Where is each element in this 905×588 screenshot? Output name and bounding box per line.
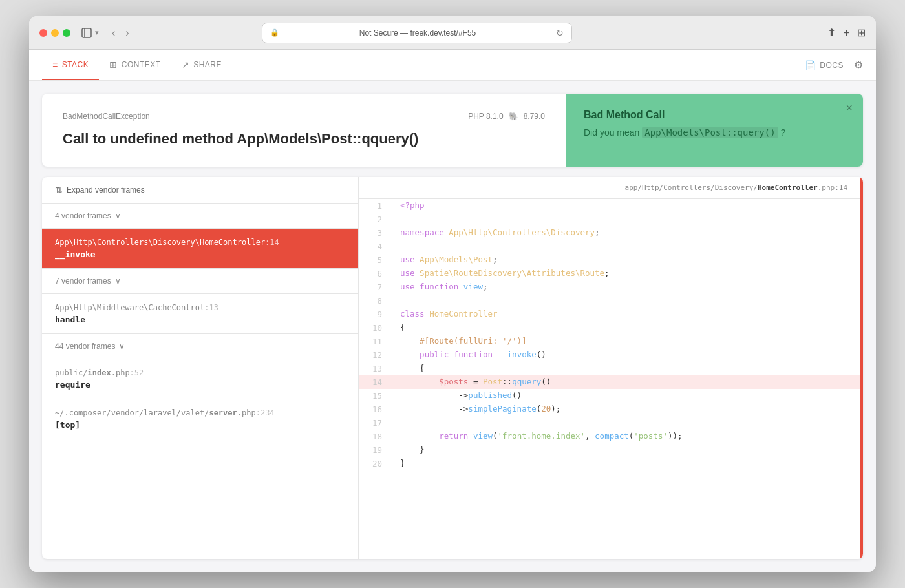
code-line: 4 <box>359 240 860 253</box>
php-extension-version: 8.79.0 <box>524 112 545 121</box>
svg-rect-0 <box>82 28 91 37</box>
stack-icon: ≡ <box>52 59 58 70</box>
code-line: 10 { <box>359 321 860 335</box>
tab-share[interactable]: ↗ SHARE <box>171 50 232 80</box>
error-message: Call to undefined method App\Models\Post… <box>63 130 545 149</box>
main-content: BadMethodCallException PHP 8.1.0 🐘 8.79.… <box>29 81 876 572</box>
browser-window: ▾ ‹ › 🔒 Not Secure — freek.dev.test/#F55… <box>29 16 876 572</box>
frame-class-server: ~/.composer/vendor/laravel/valet/server.… <box>55 408 345 417</box>
reload-button[interactable]: ↻ <box>556 28 564 38</box>
vendor-count-2: 7 vendor frames <box>55 277 111 286</box>
stack-frame-server[interactable]: ~/.composer/vendor/laravel/valet/server.… <box>42 399 358 439</box>
close-button[interactable] <box>39 29 47 37</box>
tab-context-label: CONTEXT <box>122 60 161 69</box>
code-line: 8 <box>359 294 860 308</box>
vendor-frames-toggle-2[interactable]: 7 vendor frames ∨ <box>42 269 358 293</box>
docs-icon: 📄 <box>805 60 816 70</box>
code-line: 1 <?php <box>359 199 860 213</box>
error-card: BadMethodCallException PHP 8.1.0 🐘 8.79.… <box>42 94 863 167</box>
code-line: 6 use Spatie\RouteDiscovery\Attributes\R… <box>359 267 860 280</box>
frame-method-active: __invoke <box>55 249 345 259</box>
code-line: 16 ->simplePaginate(20); <box>359 403 860 416</box>
code-line: 13 { <box>359 362 860 375</box>
back-button[interactable]: ‹ <box>109 26 118 40</box>
suggestion-close-button[interactable]: × <box>846 101 853 115</box>
code-line: 17 <box>359 416 860 430</box>
php-info: PHP 8.1.0 🐘 8.79.0 <box>468 112 545 121</box>
code-file-path: app/Http/Controllers/Discovery/HomeContr… <box>359 177 860 199</box>
nav-right: 📄 DOCS ⚙ <box>805 59 863 71</box>
vendor-count-1: 4 vendor frames <box>55 211 111 220</box>
frame-method-index: require <box>55 380 345 390</box>
url-text: Not Secure — freek.dev.test/#F55 <box>284 28 551 37</box>
stack-sidebar: ⇅ Expand vendor frames 4 vendor frames ∨ <box>42 177 359 559</box>
share-icon: ↗ <box>182 59 190 70</box>
sidebar-toggle[interactable]: ▾ <box>81 27 99 39</box>
traffic-lights <box>39 29 70 37</box>
error-suggestion: × Bad Method Call Did you mean App\Model… <box>566 94 863 167</box>
vendor-frames-group-1: 4 vendor frames ∨ <box>42 204 358 229</box>
address-bar[interactable]: 🔒 Not Secure — freek.dev.test/#F55 ↻ <box>262 23 572 43</box>
tab-share-label: SHARE <box>193 60 222 69</box>
stack-frame-cache-control[interactable]: App\Http\Middleware\CacheControl:13 hand… <box>42 294 358 334</box>
docs-button[interactable]: 📄 DOCS <box>805 60 844 70</box>
gear-icon: ⚙ <box>854 59 863 70</box>
chevron-down-icon: ∨ <box>115 211 121 220</box>
chevron-down-icon-2: ∨ <box>115 277 121 286</box>
frame-method-cache-control: handle <box>55 315 345 324</box>
maximize-button[interactable] <box>63 29 70 37</box>
context-icon: ⊞ <box>109 59 118 70</box>
share-button[interactable]: ⬆ <box>827 26 836 39</box>
forward-button[interactable]: › <box>123 26 131 40</box>
vendor-frames-group-2: 7 vendor frames ∨ <box>42 269 358 294</box>
code-line: 2 <box>359 213 860 226</box>
stack-frame-active[interactable]: App\Http\Controllers\Discovery\HomeContr… <box>42 229 358 269</box>
frame-method-server: [top] <box>55 420 345 430</box>
code-line: 5 use App\Models\Post; <box>359 253 860 267</box>
tab-stack-label: STACK <box>62 60 89 69</box>
expand-icon: ⇅ <box>55 185 63 195</box>
code-line-highlighted: 14 $posts = Post::qquery() <box>359 375 860 389</box>
vendor-frames-toggle-3[interactable]: 44 vendor frames ∨ <box>42 334 358 359</box>
tab-overview-button[interactable]: ⊞ <box>857 26 866 39</box>
tab-stack[interactable]: ≡ STACK <box>42 50 99 80</box>
stack-panel: ⇅ Expand vendor frames 4 vendor frames ∨ <box>42 177 863 559</box>
code-line: 11 #[Route(fullUri: '/')] <box>359 335 860 348</box>
vendor-frames-toggle-1[interactable]: 4 vendor frames ∨ <box>42 204 358 228</box>
php-extension-icon: 🐘 <box>509 112 518 121</box>
red-accent-bar <box>860 177 863 559</box>
frame-class-active: App\Http\Controllers\Discovery\HomeContr… <box>55 238 345 247</box>
expand-vendor-label: Expand vendor frames <box>67 185 145 194</box>
suggestion-text: Did you mean App\Models\Post::query() ? <box>584 127 845 138</box>
vendor-frames-group-3: 44 vendor frames ∨ <box>42 334 358 359</box>
code-line: 9 class HomeController <box>359 308 860 321</box>
minimize-button[interactable] <box>51 29 59 37</box>
expand-vendor-button[interactable]: ⇅ Expand vendor frames <box>42 177 358 204</box>
app-navbar: ≡ STACK ⊞ CONTEXT ↗ SHARE 📄 DOCS <box>29 50 876 81</box>
code-line: 7 use function view; <box>359 280 860 294</box>
stack-frame-index[interactable]: public/index.php:52 require <box>42 359 358 399</box>
code-line: 18 return view('front.home.index', compa… <box>359 430 860 443</box>
settings-button[interactable]: ⚙ <box>854 59 863 71</box>
exception-name: BadMethodCallException <box>63 112 150 121</box>
frame-class-index: public/index.php:52 <box>55 368 345 377</box>
browser-actions: ⬆ + ⊞ <box>827 26 866 39</box>
vendor-count-3: 44 vendor frames <box>55 342 115 351</box>
lock-icon: 🔒 <box>270 28 279 37</box>
suggestion-title: Bad Method Call <box>584 109 845 121</box>
title-bar: ▾ ‹ › 🔒 Not Secure — freek.dev.test/#F55… <box>29 16 876 50</box>
code-content: 1 <?php 2 3 namespace App\Http\Controlle… <box>359 199 860 559</box>
tab-context[interactable]: ⊞ CONTEXT <box>99 50 171 80</box>
frame-class-cache-control: App\Http\Middleware\CacheControl:13 <box>55 303 345 312</box>
code-line: 12 public function __invoke() <box>359 348 860 362</box>
code-line: 3 namespace App\Http\Controllers\Discove… <box>359 226 860 240</box>
app-content: ≡ STACK ⊞ CONTEXT ↗ SHARE 📄 DOCS <box>29 50 876 572</box>
new-tab-button[interactable]: + <box>844 26 849 39</box>
code-panel: app/Http/Controllers/Discovery/HomeContr… <box>359 177 860 559</box>
stack-frames: 4 vendor frames ∨ App\Http\Controllers\D… <box>42 204 358 559</box>
nav-tabs: ≡ STACK ⊞ CONTEXT ↗ SHARE <box>42 50 232 80</box>
nav-buttons: ‹ › <box>109 26 132 40</box>
docs-label: DOCS <box>820 61 844 70</box>
code-line: 19 } <box>359 443 860 457</box>
code-line: 15 ->published() <box>359 389 860 403</box>
